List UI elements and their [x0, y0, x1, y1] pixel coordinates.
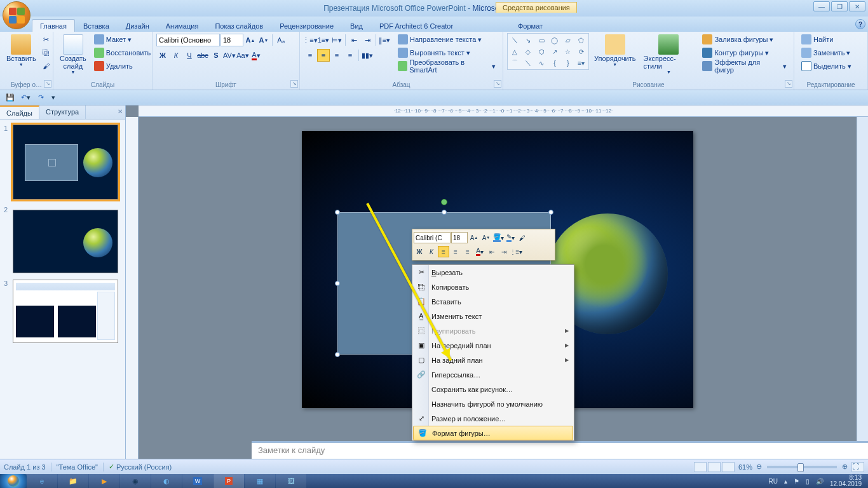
mini-align-center[interactable]: ≡: [450, 246, 461, 257]
context-save-as-picture[interactable]: Сохранить как рисунок…: [412, 382, 574, 396]
context-set-default-shape[interactable]: Назначить фигурой по умолчанию: [412, 396, 574, 411]
spellcheck-icon[interactable]: ✓: [109, 463, 114, 471]
select-button[interactable]: Выделить ▾: [798, 60, 855, 72]
fit-button[interactable]: ⛶: [851, 462, 864, 472]
mini-font-color[interactable]: A▾: [474, 246, 485, 257]
layout-button[interactable]: Макет ▾: [91, 33, 154, 46]
help-button[interactable]: ?: [855, 19, 865, 29]
mini-grow-font[interactable]: A▲: [468, 232, 480, 243]
tray-language[interactable]: RU: [768, 478, 777, 485]
context-send-back[interactable]: ▢На задний план▶: [412, 353, 574, 367]
mini-align-left[interactable]: ≡: [438, 246, 449, 257]
minimize-button[interactable]: —: [813, 1, 830, 11]
tab-home[interactable]: Главная: [32, 19, 75, 32]
taskbar-chrome[interactable]: ◉: [120, 474, 151, 488]
taskbar-media[interactable]: ▶: [89, 474, 119, 488]
tab-format[interactable]: Формат: [510, 19, 551, 32]
mini-align-right[interactable]: ≡: [462, 246, 473, 257]
replace-button[interactable]: Заменить ▾: [798, 46, 855, 59]
context-copy[interactable]: ⿻Копировать: [412, 280, 574, 294]
resize-handle[interactable]: [335, 210, 340, 215]
bullets-button[interactable]: ⋮≡▾: [304, 34, 316, 46]
new-slide-button[interactable]: Создать слайд▼: [57, 33, 89, 76]
mini-shape-fill[interactable]: 🪣▾: [492, 232, 504, 243]
mini-italic[interactable]: К: [426, 246, 437, 257]
clear-format-button[interactable]: Aₐ: [275, 34, 287, 46]
resize-handle[interactable]: [335, 281, 340, 286]
tab-view[interactable]: Вид: [342, 19, 371, 32]
underline-button[interactable]: Ч: [183, 49, 196, 62]
font-color-button[interactable]: A▾: [250, 49, 262, 62]
status-language[interactable]: Русский (Россия): [116, 463, 172, 471]
zoom-out-button[interactable]: ⊖: [756, 463, 762, 471]
slide-thumbnail[interactable]: [13, 125, 118, 200]
mini-bold[interactable]: Ж: [414, 246, 425, 257]
convert-smartart-button[interactable]: Преобразовать в SmartArt ▾: [395, 60, 499, 72]
columns-button[interactable]: ▮▮▾: [361, 49, 374, 62]
zoom-in-button[interactable]: ⊕: [842, 463, 848, 471]
undo-button[interactable]: ↶▾: [19, 92, 32, 104]
context-paste[interactable]: 📋Вставить: [412, 294, 574, 309]
align-left-button[interactable]: ≡: [304, 49, 316, 62]
align-center-button[interactable]: ≡: [317, 49, 330, 62]
increase-indent-button[interactable]: ⇥: [361, 34, 374, 46]
zoom-slider[interactable]: [767, 466, 837, 468]
rotate-handle[interactable]: [441, 199, 447, 205]
panel-tab-slides[interactable]: Слайды: [0, 105, 39, 119]
resize-handle[interactable]: [548, 210, 553, 215]
format-painter-button[interactable]: 🖌: [40, 60, 53, 72]
mini-indent-dec[interactable]: ⇤: [486, 246, 498, 257]
mini-indent-inc[interactable]: ⇥: [498, 246, 510, 257]
mini-size-input[interactable]: [451, 232, 468, 243]
tray-action-icon[interactable]: ⚑: [794, 478, 799, 485]
italic-button[interactable]: К: [170, 49, 182, 62]
normal-view-button[interactable]: [694, 462, 707, 472]
slide-thumbnail[interactable]: [13, 280, 118, 343]
bold-button[interactable]: Ж: [156, 49, 169, 62]
tab-design[interactable]: Дизайн: [118, 19, 158, 32]
font-size-input[interactable]: [220, 34, 243, 46]
taskbar-app2[interactable]: ▦: [245, 474, 275, 488]
office-button[interactable]: [3, 1, 31, 29]
slideshow-view-button[interactable]: [722, 462, 735, 472]
shape-fill-button[interactable]: Заливка фигуры ▾: [699, 33, 790, 46]
resize-handle[interactable]: [442, 210, 447, 215]
taskbar-ie[interactable]: e: [27, 474, 57, 488]
paragraph-launcher[interactable]: ↘: [494, 80, 501, 88]
tab-slideshow[interactable]: Показ слайдов: [207, 19, 271, 32]
save-button[interactable]: 💾: [4, 92, 17, 104]
tab-review[interactable]: Рецензирование: [271, 19, 342, 32]
restore-button[interactable]: ❐: [831, 1, 848, 11]
taskbar-explorer[interactable]: 📁: [58, 474, 88, 488]
quick-styles-button[interactable]: Экспресс-стили▼: [641, 33, 697, 76]
shape-outline-button[interactable]: Контур фигуры ▾: [699, 46, 790, 59]
context-format-shape[interactable]: 🪣Формат фигуры…: [413, 426, 573, 440]
panel-tab-outline[interactable]: Структура: [39, 105, 86, 119]
drawing-launcher[interactable]: ↘: [785, 80, 792, 88]
delete-slide-button[interactable]: Удалить: [91, 60, 154, 72]
qat-customize-button[interactable]: ▾: [50, 92, 57, 104]
shape-effects-button[interactable]: Эффекты для фигур ▾: [699, 60, 790, 72]
numbering-button[interactable]: 1≡▾: [317, 34, 330, 46]
taskbar-pictures[interactable]: 🖼: [276, 474, 306, 488]
text-direction-button[interactable]: Направление текста ▾: [395, 33, 499, 46]
align-right-button[interactable]: ≡: [330, 49, 343, 62]
shadow-button[interactable]: S: [210, 49, 222, 62]
clipboard-launcher[interactable]: ↘: [44, 80, 51, 88]
slide-thumbnail[interactable]: [13, 210, 118, 273]
font-name-input[interactable]: [156, 34, 220, 46]
tray-network-icon[interactable]: ▯: [806, 478, 810, 485]
shapes-gallery[interactable]: ＼↘▭◯▱⬠ △◇⬡↗☆⟳ ⌒＼∿{}≡▾: [507, 33, 589, 70]
align-text-button[interactable]: Выровнять текст ▾: [395, 46, 499, 59]
mini-font-input[interactable]: [414, 232, 451, 243]
resize-handle[interactable]: [335, 352, 340, 357]
spacing-button[interactable]: AV▾: [223, 49, 236, 62]
shrink-font-button[interactable]: A▼: [257, 34, 270, 46]
tab-animation[interactable]: Анимация: [158, 19, 207, 32]
start-button[interactable]: [0, 474, 27, 488]
vertical-scrollbar[interactable]: [857, 117, 868, 459]
panel-close-button[interactable]: ✕: [118, 108, 123, 115]
paste-button[interactable]: Вставить▼: [4, 33, 39, 68]
justify-button[interactable]: ≡: [344, 49, 356, 62]
find-button[interactable]: Найти: [798, 33, 855, 46]
